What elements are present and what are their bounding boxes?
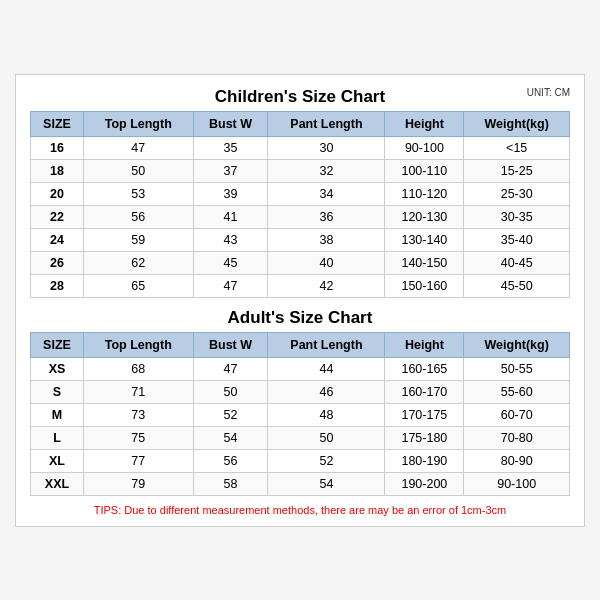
table-cell: 59 bbox=[83, 228, 193, 251]
table-cell: 40-45 bbox=[464, 251, 570, 274]
adult-table: SIZE Top Length Bust W Pant Length Heigh… bbox=[30, 332, 570, 496]
table-cell: 110-120 bbox=[385, 182, 464, 205]
adult-title-text: Adult's Size Chart bbox=[228, 308, 373, 327]
unit-label: UNIT: CM bbox=[527, 87, 570, 98]
table-row: 1647353090-100<15 bbox=[31, 136, 570, 159]
table-cell: 56 bbox=[83, 205, 193, 228]
table-cell: 80-90 bbox=[464, 449, 570, 472]
table-cell: XXL bbox=[31, 472, 84, 495]
table-cell: 50-55 bbox=[464, 357, 570, 380]
table-cell: 180-190 bbox=[385, 449, 464, 472]
col-header-height: Height bbox=[385, 111, 464, 136]
table-cell: 47 bbox=[83, 136, 193, 159]
table-cell: 28 bbox=[31, 274, 84, 297]
table-cell: 40 bbox=[268, 251, 385, 274]
table-cell: 60-70 bbox=[464, 403, 570, 426]
table-cell: 170-175 bbox=[385, 403, 464, 426]
table-cell: 100-110 bbox=[385, 159, 464, 182]
adult-col-header-weight: Weight(kg) bbox=[464, 332, 570, 357]
table-row: XL775652180-19080-90 bbox=[31, 449, 570, 472]
table-cell: 34 bbox=[268, 182, 385, 205]
table-cell: 26 bbox=[31, 251, 84, 274]
table-cell: 53 bbox=[83, 182, 193, 205]
table-cell: 52 bbox=[193, 403, 268, 426]
table-cell: 39 bbox=[193, 182, 268, 205]
table-cell: 45-50 bbox=[464, 274, 570, 297]
table-cell: <15 bbox=[464, 136, 570, 159]
col-header-bust-w: Bust W bbox=[193, 111, 268, 136]
table-cell: 140-150 bbox=[385, 251, 464, 274]
table-cell: 77 bbox=[83, 449, 193, 472]
table-cell: 56 bbox=[193, 449, 268, 472]
table-row: 22564136120-13030-35 bbox=[31, 205, 570, 228]
table-cell: 16 bbox=[31, 136, 84, 159]
adult-col-header-height: Height bbox=[385, 332, 464, 357]
table-cell: 190-200 bbox=[385, 472, 464, 495]
table-cell: 58 bbox=[193, 472, 268, 495]
adult-header-row: SIZE Top Length Bust W Pant Length Heigh… bbox=[31, 332, 570, 357]
table-row: L755450175-18070-80 bbox=[31, 426, 570, 449]
table-cell: 90-100 bbox=[385, 136, 464, 159]
table-cell: 175-180 bbox=[385, 426, 464, 449]
table-row: 18503732100-11015-25 bbox=[31, 159, 570, 182]
table-cell: 43 bbox=[193, 228, 268, 251]
table-cell: 73 bbox=[83, 403, 193, 426]
table-cell: 22 bbox=[31, 205, 84, 228]
table-cell: 37 bbox=[193, 159, 268, 182]
table-cell: XS bbox=[31, 357, 84, 380]
table-cell: 160-170 bbox=[385, 380, 464, 403]
table-cell: 32 bbox=[268, 159, 385, 182]
table-cell: 79 bbox=[83, 472, 193, 495]
table-cell: 70-80 bbox=[464, 426, 570, 449]
tips-text: TIPS: Due to different measurement metho… bbox=[30, 504, 570, 516]
children-title: Children's Size Chart UNIT: CM bbox=[30, 87, 570, 107]
table-cell: 38 bbox=[268, 228, 385, 251]
col-header-weight: Weight(kg) bbox=[464, 111, 570, 136]
table-row: 24594338130-14035-40 bbox=[31, 228, 570, 251]
table-cell: 15-25 bbox=[464, 159, 570, 182]
table-cell: 36 bbox=[268, 205, 385, 228]
table-cell: XL bbox=[31, 449, 84, 472]
table-cell: 55-60 bbox=[464, 380, 570, 403]
table-cell: 46 bbox=[268, 380, 385, 403]
table-cell: 35 bbox=[193, 136, 268, 159]
table-row: M735248170-17560-70 bbox=[31, 403, 570, 426]
adult-col-header-size: SIZE bbox=[31, 332, 84, 357]
col-header-size: SIZE bbox=[31, 111, 84, 136]
table-cell: 30-35 bbox=[464, 205, 570, 228]
table-cell: 50 bbox=[83, 159, 193, 182]
table-cell: M bbox=[31, 403, 84, 426]
table-cell: 54 bbox=[268, 472, 385, 495]
table-cell: 47 bbox=[193, 357, 268, 380]
table-cell: 30 bbox=[268, 136, 385, 159]
children-header-row: SIZE Top Length Bust W Pant Length Heigh… bbox=[31, 111, 570, 136]
table-row: 28654742150-16045-50 bbox=[31, 274, 570, 297]
table-cell: 68 bbox=[83, 357, 193, 380]
adult-col-header-pant-length: Pant Length bbox=[268, 332, 385, 357]
table-cell: 24 bbox=[31, 228, 84, 251]
table-cell: 130-140 bbox=[385, 228, 464, 251]
table-cell: 52 bbox=[268, 449, 385, 472]
table-cell: 45 bbox=[193, 251, 268, 274]
table-cell: 44 bbox=[268, 357, 385, 380]
table-cell: 54 bbox=[193, 426, 268, 449]
table-cell: 65 bbox=[83, 274, 193, 297]
table-cell: 71 bbox=[83, 380, 193, 403]
table-row: 20533934110-12025-30 bbox=[31, 182, 570, 205]
table-cell: 75 bbox=[83, 426, 193, 449]
table-cell: 20 bbox=[31, 182, 84, 205]
table-cell: 50 bbox=[193, 380, 268, 403]
children-table: SIZE Top Length Bust W Pant Length Heigh… bbox=[30, 111, 570, 298]
col-header-pant-length: Pant Length bbox=[268, 111, 385, 136]
table-cell: S bbox=[31, 380, 84, 403]
children-title-text: Children's Size Chart bbox=[215, 87, 385, 106]
adult-title: Adult's Size Chart bbox=[30, 308, 570, 328]
table-row: 26624540140-15040-45 bbox=[31, 251, 570, 274]
col-header-top-length: Top Length bbox=[83, 111, 193, 136]
table-cell: 90-100 bbox=[464, 472, 570, 495]
table-cell: 18 bbox=[31, 159, 84, 182]
table-cell: 25-30 bbox=[464, 182, 570, 205]
table-cell: 48 bbox=[268, 403, 385, 426]
table-cell: 62 bbox=[83, 251, 193, 274]
table-cell: 160-165 bbox=[385, 357, 464, 380]
